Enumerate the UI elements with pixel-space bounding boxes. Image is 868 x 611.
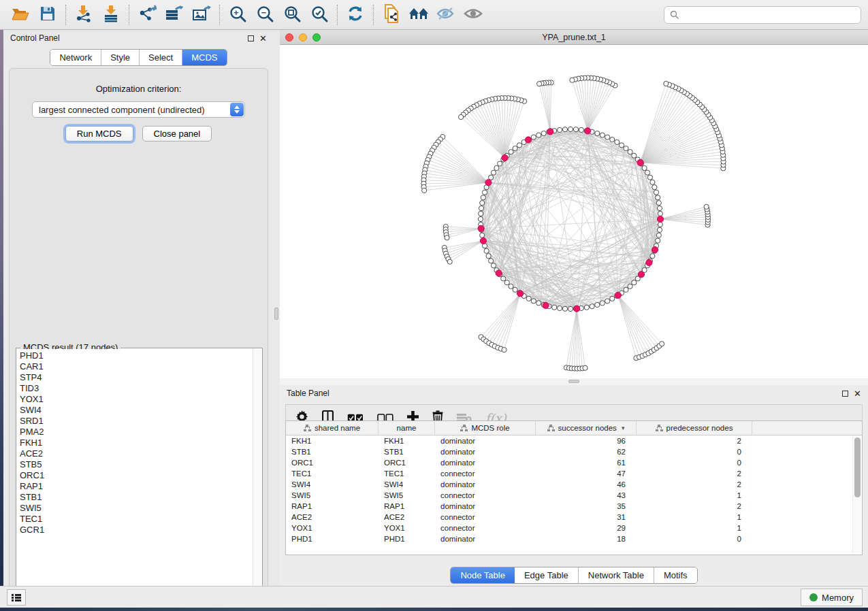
float-panel-icon[interactable] — [842, 391, 848, 397]
search-input[interactable] — [684, 10, 855, 20]
network-window-titlebar: YPA_prune.txt_1 — [280, 30, 868, 45]
column-header-shared-name[interactable]: shared name — [286, 421, 379, 435]
mcds-node-item[interactable]: FKH1 — [20, 437, 253, 448]
network-canvas[interactable] — [280, 45, 868, 378]
mcds-node-item[interactable]: RAP1 — [20, 481, 253, 492]
export-network-icon — [138, 5, 157, 24]
cell-successor_nodes: 31 — [536, 513, 637, 521]
zoom-in-icon: + — [229, 5, 247, 25]
mcds-node-item[interactable]: ACE2 — [20, 448, 253, 459]
table-body: FKH1FKH1dominator962STB1STB1dominator620… — [286, 435, 862, 544]
column-header-MCDS-role[interactable]: MCDS role — [435, 421, 536, 435]
import-table-icon — [102, 5, 120, 24]
table-row[interactable]: ORC1ORC1dominator610 — [286, 457, 862, 468]
memory-button[interactable]: Memory — [801, 589, 863, 606]
status-bar: Memory — [0, 586, 868, 608]
window-maximize-button[interactable] — [312, 33, 321, 42]
window-minimize-button[interactable] — [299, 33, 307, 42]
hide-selected-button[interactable] — [432, 3, 460, 27]
mcds-node-item[interactable]: SRD1 — [20, 416, 253, 427]
network-view-window: YPA_prune.txt_1 — [280, 30, 868, 378]
refresh-layout-button[interactable] — [342, 3, 369, 27]
show-all-button[interactable] — [460, 3, 487, 27]
optimization-criterion-select[interactable]: largest connected component (undirected) — [32, 101, 245, 118]
tab-edge-table[interactable]: Edge Table — [515, 567, 579, 583]
horizontal-splitter[interactable] — [280, 378, 868, 385]
cell-name: SWI4 — [379, 480, 435, 489]
zoom-in-button[interactable]: + — [224, 3, 251, 27]
cell-mcds_role: dominator — [435, 535, 536, 543]
table-row[interactable]: RAP1RAP1dominator352 — [286, 501, 862, 512]
mcds-node-item[interactable]: GCR1 — [20, 525, 253, 535]
mcds-list-scrollbar[interactable] — [253, 349, 261, 599]
tab-mcds[interactable]: MCDS — [182, 50, 226, 65]
mcds-node-item[interactable]: YOX1 — [20, 394, 253, 405]
column-header-successor-nodes[interactable]: successor nodes▾ — [536, 421, 637, 435]
cell-successor_nodes: 35 — [536, 502, 637, 510]
table-row[interactable]: STB1STB1dominator620 — [286, 446, 862, 457]
mcds-result-list[interactable]: PHD1CAR1STP4TID3YOX1SWI4SRD1PMA2FKH1ACE2… — [17, 349, 253, 599]
cell-mcds_role: connector — [435, 524, 536, 532]
column-header-name[interactable]: name — [379, 421, 435, 435]
cell-predecessor_nodes: 0 — [637, 459, 752, 467]
column-header-predecessor-nodes[interactable]: predecessor nodes — [637, 421, 752, 435]
vertical-splitter[interactable] — [274, 30, 280, 586]
tab-motifs[interactable]: Motifs — [654, 567, 697, 583]
table-row[interactable]: YOX1YOX1connector291 — [286, 523, 862, 533]
table-row[interactable]: SWI4SWI4dominator462 — [286, 479, 862, 490]
first-neighbors-button[interactable] — [405, 3, 432, 27]
table-scrollbar[interactable] — [852, 436, 861, 554]
open-file-button[interactable] — [7, 3, 34, 27]
sort-chevron-icon[interactable]: ▾ — [622, 425, 625, 431]
zoom-out-button[interactable]: − — [251, 3, 278, 27]
mcds-node-item[interactable]: SWI5 — [20, 503, 253, 514]
mcds-node-item[interactable]: TEC1 — [20, 514, 253, 525]
tab-network-table[interactable]: Network Table — [579, 567, 654, 583]
table-row[interactable]: SWI5SWI5connector431 — [286, 490, 862, 501]
table-row[interactable]: PHD1PHD1dominator180 — [286, 533, 862, 544]
export-image-button[interactable] — [188, 3, 215, 27]
task-history-button[interactable] — [7, 589, 26, 606]
export-table-button[interactable] — [161, 3, 188, 27]
toolbar-separator — [337, 5, 338, 25]
table-row[interactable]: ACE2ACE2connector311 — [286, 512, 862, 523]
mcds-node-item[interactable]: ORC1 — [20, 470, 253, 481]
search-box[interactable] — [664, 6, 861, 24]
mcds-node-item[interactable]: CAR1 — [20, 361, 253, 372]
zoom-selected-button[interactable] — [306, 3, 333, 27]
splitter-grip[interactable] — [568, 380, 579, 383]
import-table-button[interactable] — [97, 3, 125, 27]
mcds-node-item[interactable]: TID3 — [20, 383, 253, 394]
close-panel-icon[interactable]: ✕ — [259, 35, 267, 42]
tab-node-table[interactable]: Node Table — [451, 567, 515, 583]
mcds-node-item[interactable]: SWI4 — [20, 405, 253, 416]
window-close-button[interactable] — [285, 33, 293, 42]
cell-shared_name: YOX1 — [286, 524, 379, 532]
zoom-fit-button[interactable] — [278, 3, 306, 27]
splitter-grip[interactable] — [274, 308, 278, 320]
hide-selected-icon — [436, 6, 455, 23]
save-session-button[interactable] — [34, 3, 61, 27]
mcds-node-item[interactable]: STP4 — [20, 372, 253, 383]
import-network-button[interactable] — [70, 3, 97, 27]
cell-mcds_role: dominator — [435, 448, 536, 456]
mcds-node-item[interactable]: PHD1 — [20, 350, 253, 361]
cell-successor_nodes: 46 — [536, 480, 637, 489]
tab-style[interactable]: Style — [101, 50, 140, 65]
table-row[interactable]: FKH1FKH1dominator962 — [286, 435, 862, 446]
close-panel-icon[interactable]: ✕ — [854, 391, 861, 397]
float-panel-icon[interactable] — [248, 35, 254, 42]
table-row[interactable]: TEC1TEC1connector472 — [286, 468, 862, 479]
mcds-node-item[interactable]: STB5 — [20, 459, 253, 470]
tab-network[interactable]: Network — [50, 50, 101, 65]
close-panel-button[interactable]: Close panel — [142, 126, 212, 142]
run-mcds-button[interactable]: Run MCDS — [65, 126, 133, 142]
tab-select[interactable]: Select — [140, 50, 182, 65]
scrollbar-thumb[interactable] — [854, 437, 861, 497]
mcds-node-item[interactable]: STB1 — [20, 492, 253, 503]
cell-name: FKH1 — [379, 437, 435, 445]
duplicate-network-button[interactable] — [378, 3, 405, 27]
control-panel: Control Panel ✕ NetworkStyleSelectMCDS O… — [3, 30, 274, 586]
mcds-node-item[interactable]: PMA2 — [20, 427, 253, 437]
export-network-button[interactable] — [133, 3, 161, 27]
